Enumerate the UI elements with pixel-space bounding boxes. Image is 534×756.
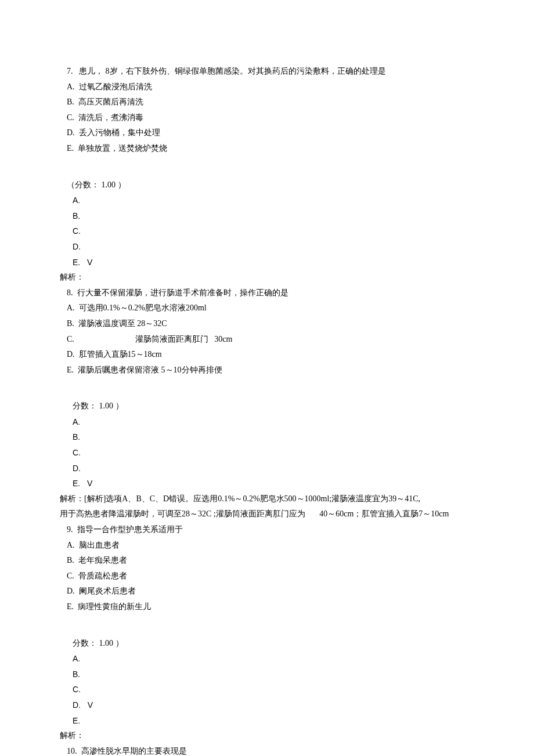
q8-score: 分数： 1.00 ） [67,399,467,414]
q8-stem: 8. 行大量不保留灌肠，进行肠道手术前准备时，操作正确的是 [67,285,467,301]
q9-opt-e: E. 病理性黄疸的新生儿 [67,599,467,615]
q7-opt-e: E. 单独放置，送焚烧炉焚烧 [67,141,467,157]
q10-stem: 10. 高渗性脱水早期的主要表现是 [67,744,467,756]
q8-opt-b: B. 灌肠液温度调至 28～32C [67,316,467,332]
q9-ans-a: A. [67,651,467,667]
q7-opt-b: B. 高压灭菌后再清洗 [67,95,467,110]
q7-ans-b: B. [67,208,467,224]
q9-ans-d: D. V [67,697,467,713]
q7-stem: 7. 患儿， 8岁，右下肢外伤、铜绿假单胞菌感染。对其换药后的污染敷料，正确的处… [67,64,467,79]
q8-opt-e: E. 灌肠后嘱患者保留溶液 5～10分钟再排便 [67,363,467,378]
q7-analysis: 解析： [60,270,467,285]
q7-opt-c: C. 清洗后，煮沸消毒 [67,110,467,126]
q10-num: 10. [67,747,77,755]
q8-ans-b: B. [67,429,467,445]
q7-opt-d: D. 丢入污物桶，集中处理 [67,125,467,141]
q9-ans-e: E. [67,713,467,729]
q9-ans-b: B. [67,667,467,682]
q9-opt-c: C. 骨质疏松患者 [67,569,467,584]
q9-opt-b: B. 老年痴呆患者 [67,553,467,569]
q8-ans-e: E. V [67,476,467,491]
q8-opt-c-pre: C. [67,335,74,343]
q7-ans-c: C. [67,223,467,239]
q7-score: （分数： 1.00 ） [67,178,467,193]
q9-num: 9. [67,525,73,534]
q7-opt-a: A. 过氧乙酸浸泡后清洗 [67,79,467,95]
q8-ans-c: C. [67,445,467,461]
q8-stem-text: 行大量不保留灌肠，进行肠道手术前准备时，操作正确的是 [77,288,288,297]
q8-opt-c: C. 灌肠筒液面距离肛门 30cm [67,332,467,348]
q10-stem-text: 高渗性脱水早期的主要表现是 [81,747,187,755]
q9-opt-a: A. 脑出血患者 [67,538,467,554]
q8-num: 8. [67,288,73,297]
q8-opt-c-post: 灌肠筒液面距离肛门 30cm [135,335,233,343]
q7-num: 7. [67,67,73,75]
q8-opt-d: D. 肛管插入直肠15～18cm [67,347,467,363]
q8-ans-a: A. [67,414,467,430]
q8-ans-d: D. [67,461,467,476]
q7-ans-e: E. V [67,255,467,270]
q7-ans-a: A. [67,193,467,208]
q8-opt-a: A. 可选用0.1%～0.2%肥皂水溶液200ml [67,301,467,316]
q7-stem-text: 患儿， 8岁，右下肢外伤、铜绿假单胞菌感染。对其换药后的污染敷料，正确的处理是 [79,67,386,75]
q9-ans-c: C. [67,682,467,697]
q8-analysis: 解析：[解析]选项A、B、C、D错误。应选用0.1%～0.2%肥皂水500～10… [60,491,467,507]
q9-score: 分数： 1.00 ） [67,636,467,652]
q7-ans-d: D. [67,239,467,255]
q9-stem-text: 指导一合作型护患关系适用于 [77,525,183,534]
q9-stem: 9. 指导一合作型护患关系适用于 [67,522,467,538]
q9-opt-d: D. 阑尾炎术后患者 [67,584,467,599]
q9-analysis: 解析： [60,728,467,744]
q8-analysis2: 用于高热患者降温灌肠时，可调至28～32C ;灌肠筒液面距离肛门应为 40～60… [60,507,467,522]
